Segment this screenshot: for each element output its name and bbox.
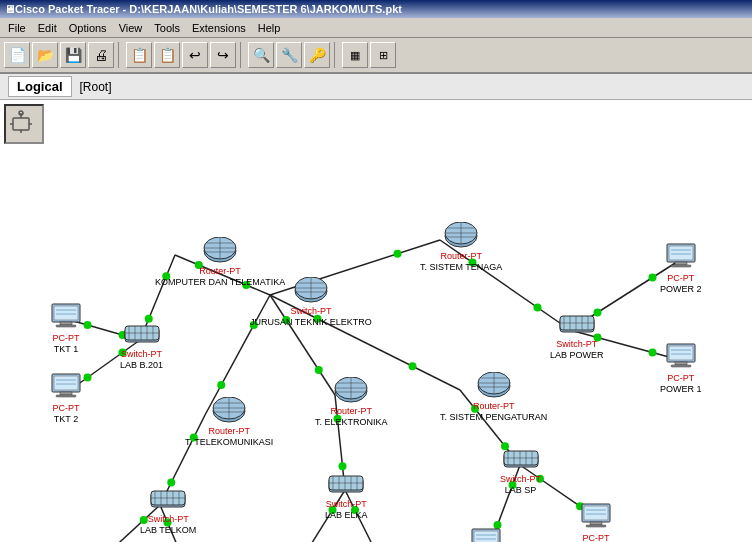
device-type-switch-lab201: Switch-PT (121, 349, 162, 360)
canvas[interactable]: Switch-PTJURUSAN TEKNIK ELEKTRO Router-P… (0, 100, 752, 542)
svg-rect-137 (669, 246, 693, 260)
device-pc-tkt2[interactable]: PC-PTTKT 2 (50, 372, 82, 425)
svg-rect-83 (54, 306, 78, 320)
menu-view[interactable]: View (113, 21, 149, 35)
device-type-switch-labpower: Switch-PT (556, 339, 597, 350)
svg-rect-125 (584, 506, 608, 520)
logical-label[interactable]: Logical (8, 76, 72, 97)
menu-edit[interactable]: Edit (32, 21, 63, 35)
dot-to-14 (339, 462, 347, 470)
toolbar-undo[interactable]: ↩ (182, 42, 208, 68)
device-pc-sp1[interactable]: PC-PTSP 1 (470, 527, 502, 542)
menu-tools[interactable]: Tools (148, 21, 186, 35)
svg-rect-132 (675, 362, 687, 365)
device-icon-switch-labtelkom (149, 487, 187, 513)
toolbar-tool[interactable]: 🔧 (276, 42, 302, 68)
svg-rect-131 (669, 346, 693, 360)
toolbar-copy[interactable]: 📋 (126, 42, 152, 68)
svg-rect-126 (590, 522, 602, 525)
device-name-pc-power2: POWER 2 (660, 284, 702, 295)
menu-file[interactable]: File (2, 21, 32, 35)
device-router-telkom[interactable]: Router-PTT. TELEKOMUNIKASI (185, 397, 273, 448)
device-name-router-komputer: KOMPUTER DAN TELEMATIKA (155, 277, 285, 288)
device-icon-router-komputer (202, 237, 238, 265)
toolbar-sep1 (118, 42, 122, 68)
device-name-router-elektronika: T. ELEKTRONIKA (315, 417, 388, 428)
device-type-pc-power1: PC-PT (667, 373, 694, 384)
logicalbar: Logical [Root] (0, 74, 752, 100)
device-name-router-jurusan: JURUSAN TEKNIK ELEKTRO (250, 317, 372, 328)
device-type-router-sisttenaga: Router-PT (440, 251, 482, 262)
workspace-icon (4, 104, 44, 144)
device-icon-pc-power2 (665, 242, 697, 272)
device-name-pc-tkt2: TKT 2 (54, 414, 78, 425)
toolbar-key[interactable]: 🔑 (304, 42, 330, 68)
svg-rect-84 (60, 322, 72, 325)
device-router-komputer[interactable]: Router-PTKOMPUTER DAN TELEMATIKA (155, 237, 285, 288)
device-switch-labtelkom[interactable]: Switch-PTLAB TELKOM (140, 487, 196, 536)
device-type-router-telkom: Router-PT (208, 426, 250, 437)
device-name-pc-tkt1: TKT 1 (54, 344, 78, 355)
toolbar-print[interactable]: 🖨 (88, 42, 114, 68)
device-type-pc-tkt2: PC-PT (53, 403, 80, 414)
toolbar-new[interactable]: 📄 (4, 42, 30, 68)
device-icon-pc-tkt2 (50, 372, 82, 402)
dot-to-8 (534, 304, 542, 312)
device-router-sistpengaturan[interactable]: Router-PTT. SISTEM PENGATURAN (440, 372, 547, 423)
device-icon-switch-labsp (502, 447, 540, 473)
svg-rect-0 (13, 118, 29, 130)
toolbar-save[interactable]: 💾 (60, 42, 86, 68)
svg-rect-91 (56, 395, 76, 397)
device-icon-router-telkom (211, 397, 247, 425)
dot-to-4 (217, 381, 225, 389)
svg-rect-119 (474, 531, 498, 542)
device-type-router-komputer: Router-PT (199, 266, 241, 277)
device-icon-switch-lab201 (123, 322, 161, 348)
toolbar-extra[interactable]: ⊞ (370, 42, 396, 68)
toolbar-open[interactable]: 📂 (32, 42, 58, 68)
toolbar-redo[interactable]: ↪ (210, 42, 236, 68)
device-name-router-sisttenaga: T. SISTEM TENAGA (420, 262, 502, 273)
device-pc-sp2[interactable]: PC-PTSP 2 (580, 502, 612, 542)
toolbar-sep3 (334, 42, 338, 68)
dot-to-1 (394, 250, 402, 258)
menu-extensions[interactable]: Extensions (186, 21, 252, 35)
device-icon-pc-power1 (665, 342, 697, 372)
dot-to-11 (167, 479, 175, 487)
device-type-pc-power2: PC-PT (667, 273, 694, 284)
root-label: [Root] (80, 80, 112, 94)
menu-help[interactable]: Help (252, 21, 287, 35)
device-switch-labelka[interactable]: Switch-PTLAB ELKA (325, 472, 368, 521)
device-router-elektronika[interactable]: Router-PTT. ELEKTRONIKA (315, 377, 388, 428)
topology-svg (0, 100, 752, 542)
toolbar-grid[interactable]: ▦ (342, 42, 368, 68)
device-switch-lab201[interactable]: Switch-PTLAB B.201 (120, 322, 163, 371)
device-icon-router-sistpengaturan (476, 372, 512, 400)
device-pc-tkt1[interactable]: PC-PTTKT 1 (50, 302, 82, 355)
device-pc-power2[interactable]: PC-PTPOWER 2 (660, 242, 702, 295)
device-name-pc-power1: POWER 1 (660, 384, 702, 395)
titlebar-text: Cisco Packet Tracer - D:\KERJAAN\Kuliah\… (15, 3, 402, 15)
device-pc-power1[interactable]: PC-PTPOWER 1 (660, 342, 702, 395)
svg-rect-133 (671, 365, 691, 367)
device-icon-router-jurusan (293, 277, 329, 305)
menu-options[interactable]: Options (63, 21, 113, 35)
device-type-pc-sp2: PC-PT (583, 533, 610, 542)
dot-to-10 (649, 274, 657, 282)
toolbar-zoom[interactable]: 🔍 (248, 42, 274, 68)
device-name-switch-labpower: LAB POWER (550, 350, 604, 361)
toolbar: 📄 📂 💾 🖨 📋 📋 ↩ ↪ 🔍 🔧 🔑 ▦ ⊞ (0, 38, 752, 74)
dot-to-6 (84, 321, 92, 329)
toolbar-paste[interactable]: 📋 (154, 42, 180, 68)
dot-to-9 (649, 349, 657, 357)
device-switch-labsp[interactable]: Switch-PTLAB SP (500, 447, 541, 496)
device-name-switch-labsp: LAB SP (505, 485, 537, 496)
device-icon-switch-labelka (327, 472, 365, 498)
device-icon-router-sisttenaga (443, 222, 479, 250)
dot-to-2 (315, 366, 323, 374)
svg-rect-85 (56, 325, 76, 327)
device-switch-labpower[interactable]: Switch-PTLAB POWER (550, 312, 604, 361)
device-router-sisttenaga[interactable]: Router-PTT. SISTEM TENAGA (420, 222, 502, 273)
svg-rect-139 (671, 265, 691, 267)
device-name-router-telkom: T. TELEKOMUNIKASI (185, 437, 273, 448)
